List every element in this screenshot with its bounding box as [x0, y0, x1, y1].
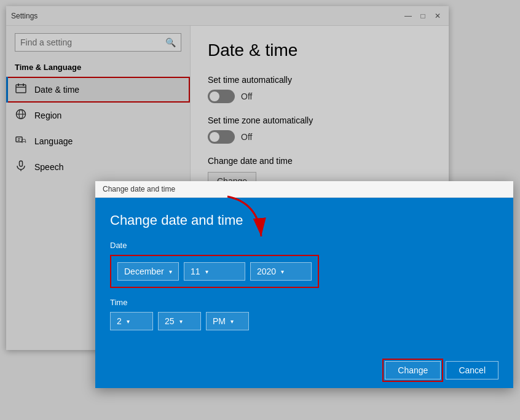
month-select[interactable]: December ▾ — [117, 262, 179, 281]
hour-value: 2 — [117, 316, 122, 326]
day-value: 11 — [191, 266, 200, 276]
minute-value: 25 — [165, 316, 175, 326]
day-select[interactable]: 11 ▾ — [184, 262, 245, 281]
ampm-select[interactable]: PM ▾ — [206, 312, 249, 330]
month-value: December — [124, 266, 164, 276]
ampm-chevron-icon: ▾ — [230, 318, 234, 325]
day-chevron-icon: ▾ — [205, 268, 208, 275]
ampm-value: PM — [213, 316, 226, 326]
dialog-titlebar: Change date and time — [95, 181, 513, 198]
dialog-cancel-button[interactable]: Cancel — [446, 361, 498, 379]
dialog-heading: Change date and time — [110, 212, 498, 228]
dialog-footer: Change Cancel — [95, 352, 513, 388]
time-row: 2 ▾ 25 ▾ PM ▾ — [110, 312, 498, 330]
month-chevron-icon: ▾ — [169, 268, 172, 275]
time-section: Time 2 ▾ 25 ▾ PM ▾ — [110, 298, 498, 330]
change-datetime-dialog: Change date and time Change date and tim… — [95, 181, 513, 388]
dialog-titlebar-text: Change date and time — [103, 185, 175, 193]
year-chevron-icon: ▾ — [281, 268, 284, 275]
date-outlined-box: December ▾ 11 ▾ 2020 ▾ — [110, 255, 319, 288]
date-section-label: Date — [110, 241, 498, 250]
hour-select[interactable]: 2 ▾ — [110, 312, 153, 330]
date-section: Date December ▾ 11 ▾ 2020 ▾ — [110, 241, 498, 288]
minute-chevron-icon: ▾ — [179, 318, 183, 325]
minute-select[interactable]: 25 ▾ — [158, 312, 201, 330]
hour-chevron-icon: ▾ — [127, 318, 130, 325]
dialog-change-button[interactable]: Change — [385, 361, 441, 379]
dialog-body: Change date and time Date December ▾ 11 … — [95, 198, 513, 352]
time-section-label: Time — [110, 298, 498, 307]
year-value: 2020 — [257, 266, 276, 276]
year-select[interactable]: 2020 ▾ — [250, 262, 312, 281]
